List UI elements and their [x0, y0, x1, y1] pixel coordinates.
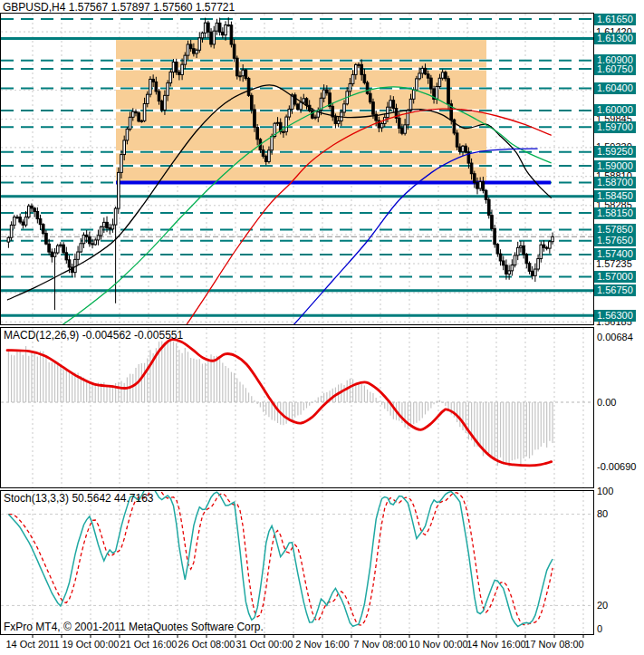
macd-name: MACD(12,26,9) — [4, 329, 79, 342]
macd-axis-label: -0.00690 — [597, 461, 636, 472]
time-axis-label: 26 Oct 08:00 — [178, 639, 235, 650]
mt4-chart-window: GBPUSD,H4 1.57567 1.57897 1.57560 1.5772… — [0, 0, 644, 655]
price-level-label[interactable]: 1.58150 — [594, 207, 636, 219]
time-axis-label: 21 Oct 16:00 — [120, 639, 178, 650]
macd-axis-label: 0.00684 — [597, 332, 633, 342]
price-level-label[interactable]: 1.58450 — [594, 190, 636, 202]
time-axis-label: 10 Nov 00:00 — [409, 639, 467, 650]
time-axis-label: 7 Nov 08:00 — [353, 639, 407, 650]
stoch-axis-label: 100 — [597, 486, 613, 496]
time-axis-label: 14 Nov 16:00 — [466, 639, 525, 650]
price-level-label[interactable]: 1.59700 — [594, 121, 636, 133]
macd-values: -0.004562 -0.005551 — [82, 329, 183, 342]
copyright-text: FxPro MT4, © 2001-2011 MetaQuotes Softwa… — [4, 621, 264, 633]
stoch-axis-label: 0 — [597, 623, 602, 634]
price-level-label[interactable]: 1.61300 — [594, 33, 636, 44]
price-level-label[interactable]: 1.57000 — [594, 271, 636, 283]
price-level-label[interactable]: 1.58700 — [594, 177, 636, 188]
stoch-name: Stoch(13,3,3) — [4, 492, 69, 505]
price-level-label[interactable]: 1.59000 — [594, 160, 636, 172]
price-level-label[interactable]: 1.56750 — [594, 284, 636, 296]
time-axis-label: 17 Nov 08:00 — [524, 639, 583, 650]
quote-ohlc: 1.57567 1.57897 1.57560 1.57721 — [69, 1, 235, 14]
macd-label: MACD(12,26,9) -0.004562 -0.005551 — [4, 329, 183, 342]
chart-canvas[interactable] — [0, 0, 644, 655]
price-level-label[interactable]: 1.61650 — [594, 14, 636, 25]
symbol-timeframe: GBPUSD,H4 — [3, 1, 65, 14]
stoch-axis-label: 80 — [597, 508, 608, 519]
time-axis-label: 31 Oct 00:00 — [236, 639, 293, 650]
price-level-label[interactable]: 1.57850 — [594, 224, 636, 236]
price-level-label[interactable]: 1.56300 — [594, 310, 636, 322]
chart-title: GBPUSD,H4 1.57567 1.57897 1.57560 1.5772… — [3, 1, 235, 14]
time-axis-label: 2 Nov 16:00 — [295, 639, 349, 650]
stoch-axis-label: 20 — [597, 600, 608, 611]
time-axis-label: 14 Oct 2011 — [5, 639, 59, 650]
time-axis-label: 19 Oct 00:00 — [62, 639, 120, 650]
macd-axis-label: 0.00 — [597, 397, 616, 408]
price-level-label[interactable]: 1.59250 — [594, 146, 636, 158]
price-level-label[interactable]: 1.60400 — [594, 82, 636, 94]
stoch-values: 50.5642 44.7163 — [72, 492, 153, 505]
stoch-label: Stoch(13,3,3) 50.5642 44.7163 — [4, 492, 153, 505]
price-level-label[interactable]: 1.57650 — [594, 235, 636, 246]
price-level-label[interactable]: 1.57400 — [594, 248, 636, 260]
price-level-label[interactable]: 1.60000 — [594, 104, 636, 116]
price-level-label[interactable]: 1.60750 — [594, 63, 636, 75]
